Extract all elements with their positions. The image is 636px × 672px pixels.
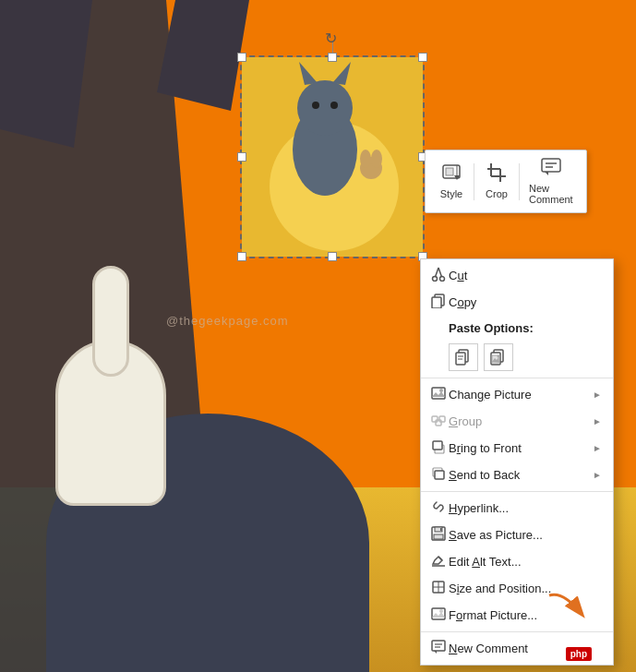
cut-label: Cut	[449, 269, 602, 282]
group-arrow: ►	[593, 416, 602, 426]
format-picture-icon	[428, 606, 449, 624]
menu-send-to-back[interactable]: Send to Back ►	[421, 462, 613, 488]
hyperlink-icon	[428, 499, 449, 517]
svg-point-23	[433, 277, 438, 282]
change-picture-icon	[428, 386, 449, 403]
menu-save-as-picture[interactable]: Save as Picture...	[421, 522, 613, 548]
group-label: Group	[449, 414, 589, 428]
svg-point-37	[498, 355, 500, 358]
svg-marker-59	[432, 612, 445, 618]
svg-rect-42	[439, 416, 445, 422]
resize-handle-bl[interactable]	[237, 252, 246, 261]
svg-line-48	[437, 505, 440, 509]
group-icon	[428, 413, 449, 430]
svg-point-10	[371, 150, 382, 168]
paste-options-header: Paste Options:	[421, 316, 613, 340]
paste-option-picture[interactable]	[484, 343, 513, 371]
copy-icon	[428, 294, 449, 311]
mini-toolbar: Style Crop NewComment	[425, 150, 587, 213]
edit-alt-text-icon	[428, 553, 449, 570]
selected-image[interactable]: ↻	[240, 55, 425, 258]
svg-rect-45	[433, 441, 442, 450]
toolbar-crop[interactable]: Crop	[478, 160, 515, 203]
bring-to-front-arrow: ►	[593, 443, 602, 453]
edit-alt-text-label: Edit Alt Text...	[449, 555, 602, 569]
svg-line-53	[438, 557, 442, 560]
copy-label: Copy	[449, 295, 602, 309]
svg-rect-41	[432, 416, 438, 422]
menu-sep-1	[421, 378, 613, 378]
php-badge: php	[566, 647, 592, 661]
save-as-picture-icon	[428, 526, 449, 544]
resize-handle-tr[interactable]	[418, 53, 427, 62]
svg-rect-43	[436, 420, 441, 426]
resize-handle-tl[interactable]	[237, 53, 246, 62]
hyperlink-label: Hyperlink...	[449, 501, 602, 515]
paste-options-row	[421, 340, 613, 375]
menu-sep-2	[421, 491, 613, 492]
menu-cut[interactable]: Cut	[421, 262, 613, 289]
toolbar-style[interactable]: Style	[433, 160, 470, 203]
svg-rect-52	[434, 534, 443, 539]
menu-copy[interactable]: Copy	[421, 289, 613, 316]
orange-arrow-indicator	[545, 591, 591, 630]
image-content	[242, 57, 423, 257]
crop-icon	[487, 163, 506, 186]
tom-finger	[92, 266, 129, 377]
send-to-back-icon	[428, 466, 449, 484]
svg-rect-61	[432, 641, 445, 651]
resize-handle-ml[interactable]	[237, 152, 246, 162]
resize-handle-tc[interactable]	[328, 53, 337, 62]
watermark: @thegeekpage.com	[166, 314, 289, 328]
toolbar-new-comment[interactable]: NewComment	[523, 154, 579, 209]
svg-rect-12	[446, 168, 453, 175]
svg-rect-19	[542, 159, 560, 172]
rotate-handle[interactable]: ↻	[325, 30, 340, 44]
svg-point-40	[439, 389, 443, 392]
menu-group[interactable]: Group ►	[421, 408, 613, 435]
crop-label: Crop	[486, 188, 508, 199]
new-comment-menu-icon	[428, 640, 449, 657]
new-comment-label: NewComment	[529, 183, 573, 205]
svg-rect-47	[435, 471, 444, 479]
svg-line-26	[438, 268, 442, 277]
toolbar-sep-2	[519, 163, 520, 200]
svg-rect-38	[432, 388, 445, 399]
save-as-picture-label: Save as Picture...	[449, 528, 602, 542]
paste-options-label: Paste Options:	[449, 321, 602, 335]
svg-marker-62	[434, 651, 437, 654]
change-picture-label: Change Picture	[449, 388, 589, 402]
menu-bring-to-front[interactable]: Bring to Front ►	[421, 435, 613, 462]
size-and-position-icon	[428, 580, 449, 597]
menu-edit-alt-text[interactable]: Edit Alt Text...	[421, 548, 613, 575]
svg-point-9	[360, 150, 371, 168]
menu-hyperlink[interactable]: Hyperlink...	[421, 495, 613, 522]
resize-handle-bc[interactable]	[328, 252, 337, 261]
svg-marker-39	[432, 391, 445, 397]
bring-to-front-label: Bring to Front	[449, 441, 589, 455]
new-comment-icon	[541, 158, 561, 181]
change-picture-arrow: ►	[593, 390, 602, 400]
svg-rect-28	[432, 297, 441, 308]
send-to-back-arrow: ►	[593, 470, 602, 480]
svg-point-60	[439, 609, 443, 613]
svg-point-3	[297, 80, 353, 136]
svg-rect-58	[432, 608, 445, 619]
svg-point-24	[440, 277, 445, 282]
toolbar-sep-1	[474, 163, 474, 200]
style-icon	[441, 163, 462, 186]
menu-sep-3	[421, 631, 613, 632]
svg-rect-51	[440, 528, 442, 531]
paste-option-keep-source[interactable]	[449, 343, 478, 371]
svg-line-25	[436, 268, 439, 277]
svg-point-7	[330, 102, 338, 109]
style-label: Style	[440, 188, 462, 199]
cut-icon	[428, 267, 449, 284]
bring-to-front-icon	[428, 439, 449, 457]
send-to-back-label: Send to Back	[449, 468, 589, 482]
menu-change-picture[interactable]: Change Picture ►	[421, 381, 613, 408]
svg-point-6	[312, 102, 319, 109]
